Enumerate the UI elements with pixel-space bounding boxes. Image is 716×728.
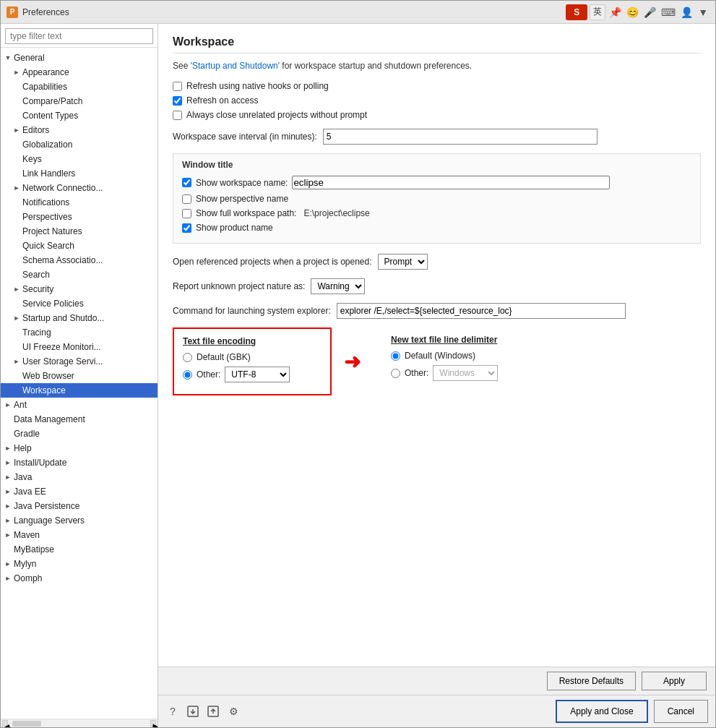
native-hooks-checkbox[interactable] xyxy=(173,82,182,91)
show-full-path-row: Show full workspace path: E:\project\ecl… xyxy=(182,208,691,218)
sidebar-item-compare-patch[interactable]: Compare/Patch xyxy=(1,94,158,108)
refresh-access-checkbox[interactable] xyxy=(173,96,182,106)
delimiter-select[interactable]: Windows Unix Mac xyxy=(433,365,498,381)
workspace-name-input[interactable] xyxy=(292,176,610,189)
help-icon[interactable]: ? xyxy=(165,704,180,719)
sidebar-item-quick-search[interactable]: Quick Search xyxy=(1,239,158,253)
sidebar-item-gradle[interactable]: Gradle xyxy=(1,427,158,441)
default-windows-row: Default (Windows) xyxy=(391,351,532,361)
save-interval-label: Workspace save interval (in minutes): xyxy=(173,132,317,142)
encoding-container: Text file encoding Default (GBK) Other: … xyxy=(173,327,332,395)
open-ref-row: Open referenced projects when a project … xyxy=(173,254,701,270)
sidebar-item-workspace[interactable]: Workspace xyxy=(1,383,158,398)
default-gbk-row: Default (GBK) xyxy=(183,352,322,362)
apply-button[interactable]: Apply xyxy=(642,672,707,690)
sidebar-item-general[interactable]: General xyxy=(1,51,158,65)
show-perspective-checkbox[interactable] xyxy=(182,194,191,204)
launch-explorer-label: Command for launching system explorer: xyxy=(173,306,331,316)
scroll-thumb-h[interactable] xyxy=(12,721,41,727)
sidebar-item-content-types[interactable]: Content Types xyxy=(1,108,158,123)
default-windows-label: Default (Windows) xyxy=(405,351,475,361)
maven-arrow xyxy=(4,531,12,539)
sidebar-item-notifications[interactable]: Notifications xyxy=(1,195,158,210)
sidebar-item-security[interactable]: Security xyxy=(1,282,158,296)
sidebar-item-capabilities[interactable]: Capabilities xyxy=(1,80,158,94)
native-hooks-label: Refresh using native hooks or polling xyxy=(186,81,329,91)
sidebar-item-appearance[interactable]: Appearance xyxy=(1,65,158,80)
sidebar-item-user-storage[interactable]: User Storage Servi... xyxy=(1,354,158,369)
scroll-right-btn[interactable]: ► xyxy=(150,720,156,727)
save-interval-input[interactable] xyxy=(323,129,598,145)
sidebar-item-startup[interactable]: Startup and Shutdo... xyxy=(1,311,158,325)
export-icon[interactable] xyxy=(206,704,220,719)
restore-defaults-button[interactable]: Restore Defaults xyxy=(547,672,636,690)
bottom-buttons: Restore Defaults Apply xyxy=(158,667,715,695)
sidebar-item-ant[interactable]: Ant xyxy=(1,398,158,412)
sidebar-item-network[interactable]: Network Connectio... xyxy=(1,181,158,195)
scroll-track-h xyxy=(9,721,149,727)
show-product-name-checkbox[interactable] xyxy=(182,223,191,233)
apply-and-close-button[interactable]: Apply and Close xyxy=(556,700,647,723)
sidebar-hscrollbar[interactable]: ◄ ► xyxy=(1,719,158,727)
sidebar-item-oomph[interactable]: Oomph xyxy=(1,571,158,586)
sidebar-item-web-browser[interactable]: Web Browser xyxy=(1,369,158,383)
encoding-select[interactable]: UTF-8 ISO-8859-1 US-ASCII UTF-16 xyxy=(225,367,290,382)
sidebar-item-tracing[interactable]: Tracing xyxy=(1,325,158,340)
show-perspective-label: Show perspective name xyxy=(196,194,288,204)
titlebar-title: Preferences xyxy=(22,7,561,17)
sidebar-item-perspectives[interactable]: Perspectives xyxy=(1,210,158,224)
show-workspace-name-checkbox[interactable] xyxy=(182,178,191,187)
sidebar-item-java-persistence[interactable]: Java Persistence xyxy=(1,499,158,513)
sidebar-item-install-update[interactable]: Install/Update xyxy=(1,455,158,470)
java-arrow xyxy=(4,473,12,481)
sidebar-item-ui-freeze[interactable]: UI Freeze Monitori... xyxy=(1,340,158,354)
encoding-box: Text file encoding Default (GBK) Other: … xyxy=(173,327,332,395)
sidebar-item-globalization[interactable]: Globalization xyxy=(1,137,158,152)
pin-icon: 📌 xyxy=(608,5,623,20)
search-input[interactable] xyxy=(5,28,153,44)
desc-prefix: See xyxy=(173,61,191,71)
sidebar-item-search[interactable]: Search xyxy=(1,267,158,282)
launch-explorer-input[interactable] xyxy=(337,303,626,319)
sidebar-item-link-handlers[interactable]: Link Handlers xyxy=(1,166,158,181)
other-encoding-radio[interactable] xyxy=(183,370,192,380)
cancel-button[interactable]: Cancel xyxy=(654,700,708,723)
default-gbk-label: Default (GBK) xyxy=(197,352,251,362)
scroll-left-btn[interactable]: ◄ xyxy=(2,720,8,727)
report-unknown-select[interactable]: Warning Ignore Error xyxy=(311,278,365,294)
sidebar-item-help[interactable]: Help xyxy=(1,441,158,455)
sidebar-item-java[interactable]: Java xyxy=(1,470,158,484)
tree-container[interactable]: General Appearance Capabilities Compare/… xyxy=(1,48,158,719)
startup-shutdown-link[interactable]: 'Startup and Shutdown' xyxy=(191,61,280,71)
sougou-icon: S xyxy=(566,4,587,20)
sidebar-item-service-policies[interactable]: Service Policies xyxy=(1,296,158,311)
sidebar-item-editors[interactable]: Editors xyxy=(1,123,158,137)
settings-icon[interactable]: ⚙ xyxy=(226,704,241,719)
sidebar-item-mylyn[interactable]: Mylyn xyxy=(1,557,158,571)
other-encoding-row: Other: UTF-8 ISO-8859-1 US-ASCII UTF-16 xyxy=(183,367,322,382)
sidebar-item-mybatipse[interactable]: MyBatipse xyxy=(1,542,158,557)
open-ref-select[interactable]: Prompt Always Never xyxy=(378,254,428,270)
sidebar-item-project-natures[interactable]: Project Natures xyxy=(1,224,158,239)
main-content: Workspace See 'Startup and Shutdown' for… xyxy=(158,24,715,727)
other-delimiter-label: Other: xyxy=(405,368,428,378)
encoding-delimiter-row: Text file encoding Default (GBK) Other: … xyxy=(173,327,701,395)
startup-arrow xyxy=(12,314,21,322)
sidebar-item-schema[interactable]: Schema Associatio... xyxy=(1,253,158,267)
sidebar-item-data-management[interactable]: Data Management xyxy=(1,412,158,427)
person-icon: 👤 xyxy=(679,5,694,20)
sidebar-item-java-ee[interactable]: Java EE xyxy=(1,484,158,499)
sidebar-item-maven[interactable]: Maven xyxy=(1,528,158,542)
close-unrelated-checkbox[interactable] xyxy=(173,111,182,120)
show-workspace-name-row: Show workspace name: xyxy=(182,176,691,189)
sidebar-item-keys[interactable]: Keys xyxy=(1,152,158,166)
search-box[interactable] xyxy=(1,24,158,48)
default-gbk-radio[interactable] xyxy=(183,353,192,362)
show-full-path-checkbox[interactable] xyxy=(182,209,191,218)
other-delimiter-radio[interactable] xyxy=(391,369,400,378)
default-windows-radio[interactable] xyxy=(391,351,400,361)
launch-explorer-row: Command for launching system explorer: xyxy=(173,303,701,319)
import-icon[interactable] xyxy=(186,704,200,719)
sidebar-item-language-servers[interactable]: Language Servers xyxy=(1,513,158,528)
editors-arrow xyxy=(12,126,21,134)
